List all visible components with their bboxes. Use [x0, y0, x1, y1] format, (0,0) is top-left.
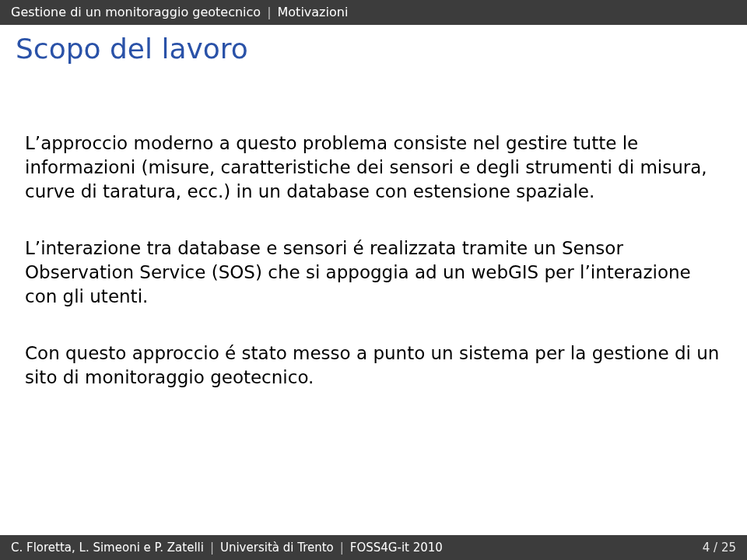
breadcrumb-section: Gestione di un monitoraggio geotecnico: [11, 5, 261, 19]
footer-event: FOSS4G-it 2010: [350, 541, 443, 555]
page-title: Scopo del lavoro: [0, 25, 747, 69]
footer-left: C. Floretta, L. Simeoni e P. Zatelli | U…: [11, 541, 443, 555]
slide: Gestione di un monitoraggio geotecnico |…: [0, 0, 747, 560]
footer-separator-icon: |: [340, 541, 344, 555]
paragraph-1: L’approccio moderno a questo problema co…: [25, 131, 722, 204]
footer-separator-icon: |: [210, 541, 214, 555]
paragraph-2: L’interazione tra database e sensori é r…: [25, 236, 722, 309]
breadcrumb: Gestione di un monitoraggio geotecnico |…: [0, 0, 747, 25]
footer-page: 4 / 25: [703, 541, 736, 555]
footer-authors: C. Floretta, L. Simeoni e P. Zatelli: [11, 541, 204, 555]
footer: C. Floretta, L. Simeoni e P. Zatelli | U…: [0, 535, 747, 560]
slide-body: L’approccio moderno a questo problema co…: [0, 69, 747, 390]
footer-affiliation: Università di Trento: [220, 541, 334, 555]
breadcrumb-separator-icon: |: [267, 5, 271, 19]
paragraph-3: Con questo approccio é stato messo a pun…: [25, 341, 722, 390]
breadcrumb-subsection: Motivazioni: [278, 5, 349, 19]
